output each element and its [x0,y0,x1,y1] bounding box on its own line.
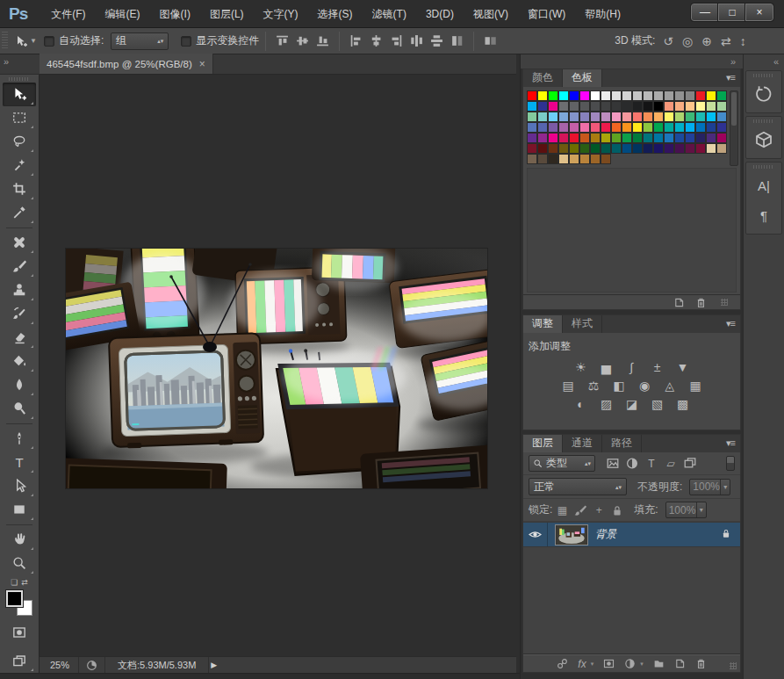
filter-shape-layers-icon[interactable]: ▱ [664,457,678,470]
rectangular-marquee-tool[interactable] [3,106,36,130]
toolbar-grip[interactable] [9,77,30,81]
menu-item[interactable]: 视图(V) [464,0,518,28]
swap-colors-icon[interactable]: ⇄ [21,578,28,587]
invert-icon[interactable]: ◐ [572,396,591,412]
color-swatch[interactable] [569,143,579,154]
3d-orbit-icon[interactable]: ↺ [663,34,673,48]
color-swatch[interactable] [590,133,601,143]
align-vertical-centers-icon[interactable] [296,34,309,47]
type-tool[interactable]: T [3,451,36,474]
dock-grip[interactable] [753,165,774,169]
align-top-edges-icon[interactable] [276,34,289,47]
menu-item[interactable]: 滤镜(T) [363,0,416,28]
color-swatch[interactable] [695,133,706,143]
rectangle-tool[interactable] [3,498,36,522]
link-layers-icon[interactable] [557,658,568,669]
tab-layers[interactable]: 图层 [523,435,563,452]
align-horizontal-centers-icon[interactable] [370,34,383,47]
color-swatch[interactable] [590,122,601,133]
align-right-edges-icon[interactable] [390,34,403,47]
color-swatch[interactable] [601,143,611,154]
brightness-contrast-icon[interactable]: ☀ [572,359,591,375]
current-tool-icon[interactable]: ▼ [15,35,37,47]
color-swatch[interactable] [706,122,716,133]
color-lookup-icon[interactable]: ▦ [686,378,705,394]
menu-item[interactable]: 文字(Y) [254,0,308,28]
path-selection-tool[interactable] [3,474,36,498]
auto-select-dropdown[interactable]: 组 ▴▾ [111,33,169,50]
color-swatch[interactable] [643,90,653,101]
add-layer-mask-icon[interactable] [603,658,615,669]
distribute-bottom-edges-icon[interactable] [450,34,464,47]
color-swatch[interactable] [653,133,664,143]
color-swatch[interactable] [601,101,611,112]
selective-color-icon[interactable]: ▩ [673,396,693,412]
color-swatch[interactable] [537,143,548,154]
color-swatch[interactable] [664,122,674,133]
threshold-icon[interactable]: ◪ [622,396,642,412]
levels-icon[interactable]: ▅ [597,359,616,375]
color-swatch[interactable] [695,122,706,133]
crop-tool[interactable] [3,177,36,201]
layer-visibility-cell[interactable] [523,523,548,546]
collapse-to-icons-icon[interactable]: » [730,56,736,67]
layer-style-fx-icon[interactable]: fx [578,658,586,670]
new-group-icon[interactable] [653,658,665,669]
color-swatch[interactable] [611,143,622,154]
color-swatch[interactable] [590,143,601,154]
layer-filter-toggle[interactable] [726,456,735,471]
color-swatch[interactable] [653,122,664,133]
color-swatch[interactable] [579,122,590,133]
color-swatch[interactable] [632,101,643,112]
color-swatch[interactable] [611,112,622,122]
lock-paint-icon[interactable] [574,504,586,516]
curves-icon[interactable]: ∫ [622,359,642,375]
color-swatch[interactable] [558,133,569,143]
color-swatch[interactable] [632,122,643,133]
3d-scale-icon[interactable]: ↕ [740,34,746,48]
dock-grip[interactable] [753,119,774,123]
color-swatch[interactable] [548,122,558,133]
color-swatch[interactable] [622,112,632,122]
blur-tool[interactable] [3,373,36,397]
menu-item[interactable]: 图层(L) [200,0,254,28]
color-swatch[interactable] [653,112,664,122]
history-brush-tool[interactable] [3,302,36,326]
clone-stamp-tool[interactable] [3,278,36,302]
delete-layer-icon[interactable] [695,658,707,669]
color-swatch[interactable] [558,112,569,122]
menu-item[interactable]: 帮助(H) [575,0,630,28]
color-swatch[interactable] [685,90,695,101]
dock-grip[interactable] [753,74,774,77]
document-tab[interactable]: 465454fsdf.bmp @ 25%(RGB/8) × [40,54,213,74]
color-swatch[interactable] [601,154,611,164]
color-swatch[interactable] [622,90,632,101]
color-swatch[interactable] [527,154,537,164]
show-transform-checkbox[interactable] [181,36,191,47]
color-swatch[interactable] [590,154,601,164]
quick-mask-button[interactable] [3,621,36,643]
layer-row-background[interactable]: 背景 [523,523,740,547]
color-swatch[interactable] [611,90,622,101]
character-panel-icon[interactable]: A| [746,170,781,200]
color-swatch[interactable] [579,154,590,164]
filter-type-layers-icon[interactable]: T [644,457,658,470]
brush-tool[interactable] [3,255,36,278]
color-swatch[interactable] [716,143,727,154]
color-swatch[interactable] [674,143,685,154]
color-swatch[interactable] [622,133,632,143]
auto-select-checkbox[interactable] [44,36,54,47]
menu-item[interactable]: 窗口(W) [518,0,575,28]
delete-swatch-icon[interactable] [695,297,707,308]
color-swatch[interactable] [601,133,611,143]
color-swatch[interactable] [611,122,622,133]
menu-item[interactable]: 图像(I) [150,0,200,28]
menu-item[interactable]: 3D(D) [416,0,464,28]
foreground-color-swatch[interactable] [6,590,23,607]
color-swatch[interactable] [537,112,548,122]
color-swatch[interactable] [527,122,537,133]
color-swatch[interactable] [569,112,579,122]
color-swatch[interactable] [548,90,558,101]
menu-item[interactable]: 文件(F) [41,0,95,28]
eraser-tool[interactable] [3,326,36,350]
